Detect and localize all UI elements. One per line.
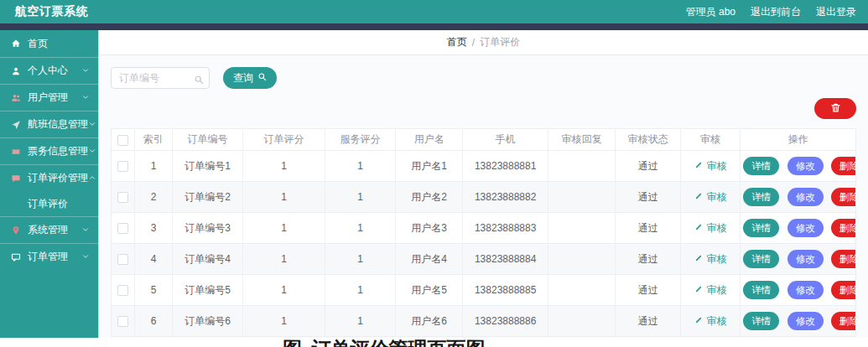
cell-index: 4 (135, 244, 172, 275)
trash-icon (830, 102, 841, 116)
search-icon (257, 72, 267, 84)
cell-service-score: 1 (325, 213, 395, 244)
edit-button[interactable]: 修改 (787, 188, 824, 206)
search-button[interactable]: 查询 (223, 67, 277, 89)
cell-order-score: 1 (243, 275, 325, 306)
audit-link[interactable]: 审核 (694, 190, 727, 205)
cell-audit-reply (548, 182, 616, 213)
cell-index: 2 (135, 182, 172, 213)
column-header: 审核 (681, 129, 741, 151)
edit-button[interactable]: 修改 (787, 281, 824, 299)
cell-audit-reply (548, 275, 616, 306)
sidebar-item-order-management[interactable]: 订单管理 (0, 243, 98, 270)
column-header: 用户名 (396, 129, 463, 151)
breadcrumb-current: 订单评价 (480, 35, 520, 49)
cell-audit-status: 通过 (616, 275, 681, 306)
select-all-checkbox[interactable] (117, 135, 128, 146)
delete-button[interactable]: 删除 (831, 281, 856, 299)
chevron-down-icon (81, 66, 91, 76)
search-icon (194, 73, 204, 83)
row-checkbox[interactable] (117, 161, 128, 172)
cell-index: 3 (135, 213, 172, 244)
admin-user-label: 管理员 abo (686, 5, 735, 19)
column-header: 订单编号 (172, 129, 242, 151)
column-header: 操作 (741, 129, 856, 151)
comment-icon (10, 173, 22, 184)
delete-button[interactable]: 删除 (831, 188, 856, 206)
sidebar-item-flight-info[interactable]: 航班信息管理 (0, 111, 98, 137)
table-row: 6 订单编号6 1 1 用户名6 13823888886 通过 审核 详情 修改… (112, 306, 856, 337)
delete-button[interactable]: 删除 (831, 219, 856, 237)
sidebar-item-user-management[interactable]: 用户管理 (0, 84, 98, 111)
detail-button[interactable]: 详情 (743, 219, 779, 237)
audit-link[interactable]: 审核 (694, 252, 727, 267)
breadcrumb: 首页 / 订单评价 (99, 30, 868, 55)
cell-phone: 13823888884 (463, 244, 548, 275)
detail-button[interactable]: 详情 (743, 312, 779, 330)
sidebar-item-order-review-mgmt[interactable]: 订单评价管理 (0, 164, 98, 191)
cell-order-no: 订单编号3 (172, 213, 242, 244)
column-header: 服务评分 (325, 129, 395, 151)
order-review-table: 索引订单编号订单评分服务评分用户名手机审核回复审核状态审核操作 1 订单编号1 … (111, 128, 856, 337)
audit-link[interactable]: 审核 (694, 283, 727, 298)
app-window: 航空订票系统 管理员 abo 退出到前台 退出登录 首页 个人中心 用户管理 航… (0, 0, 868, 347)
cell-service-score: 1 (325, 306, 395, 337)
table-row: 1 订单编号1 1 1 用户名1 13823888881 通过 审核 详情 修改… (112, 151, 856, 182)
row-checkbox[interactable] (117, 223, 128, 234)
sidebar-item-personal-center[interactable]: 个人中心 (0, 57, 98, 84)
table-row: 2 订单编号2 1 1 用户名2 13823888882 通过 审核 详情 修改… (112, 182, 856, 213)
cell-username: 用户名6 (396, 306, 463, 337)
audit-link[interactable]: 审核 (694, 159, 727, 174)
row-checkbox[interactable] (117, 285, 128, 296)
table-header-row: 索引订单编号订单评分服务评分用户名手机审核回复审核状态审核操作 (112, 129, 856, 151)
audit-link[interactable]: 审核 (694, 314, 727, 329)
row-checkbox[interactable] (117, 254, 128, 265)
plane-icon (10, 119, 22, 131)
sidebar-item-ticket-info[interactable]: 票务信息管理 (0, 137, 98, 164)
cell-phone: 13823888883 (463, 213, 548, 244)
detail-button[interactable]: 详情 (743, 157, 779, 175)
cell-audit-reply (548, 306, 616, 337)
batch-delete-button[interactable] (814, 98, 856, 119)
row-checkbox[interactable] (117, 192, 128, 203)
edit-button[interactable]: 修改 (787, 219, 824, 237)
detail-button[interactable]: 详情 (743, 281, 779, 299)
cell-service-score: 1 (325, 275, 395, 306)
sidebar-item-home[interactable]: 首页 (0, 30, 98, 57)
audit-link[interactable]: 审核 (694, 221, 727, 236)
delete-button[interactable]: 删除 (831, 250, 856, 268)
delete-button[interactable]: 删除 (831, 157, 856, 175)
cell-audit-reply (548, 213, 616, 244)
cell-phone: 13823888886 (463, 306, 548, 337)
edit-button[interactable]: 修改 (787, 157, 824, 175)
cell-order-score: 1 (243, 182, 325, 213)
pencil-icon (694, 191, 704, 203)
cell-username: 用户名4 (396, 244, 463, 275)
edit-button[interactable]: 修改 (787, 250, 824, 268)
logout-link[interactable]: 退出登录 (816, 5, 856, 19)
sidebar-subitem-order-review[interactable]: 订单评价 (0, 191, 98, 216)
cell-service-score: 1 (325, 182, 395, 213)
exit-to-front-link[interactable]: 退出到前台 (751, 5, 801, 19)
cell-audit-status: 通过 (616, 306, 681, 337)
user-icon (10, 65, 22, 77)
breadcrumb-home[interactable]: 首页 (447, 35, 467, 49)
detail-button[interactable]: 详情 (743, 250, 779, 268)
cell-username: 用户名2 (396, 182, 463, 213)
cell-order-no: 订单编号4 (172, 244, 242, 275)
table-row: 3 订单编号3 1 1 用户名3 13823888883 通过 审核 详情 修改… (112, 213, 856, 244)
toolbar-row (111, 98, 856, 119)
pencil-icon (694, 160, 704, 172)
header-right-links: 管理员 abo 退出到前台 退出登录 (686, 5, 856, 19)
chat-icon (10, 251, 22, 263)
cell-phone: 13823888881 (463, 151, 548, 182)
search-input-wrap (111, 67, 210, 89)
cell-audit-status: 通过 (616, 213, 681, 244)
cell-audit-status: 通过 (616, 182, 681, 213)
delete-button[interactable]: 删除 (831, 312, 856, 330)
home-icon (10, 38, 22, 49)
sidebar-item-system-management[interactable]: 系统管理 (0, 216, 98, 243)
row-checkbox[interactable] (117, 316, 128, 327)
detail-button[interactable]: 详情 (743, 188, 779, 206)
edit-button[interactable]: 修改 (787, 312, 824, 330)
